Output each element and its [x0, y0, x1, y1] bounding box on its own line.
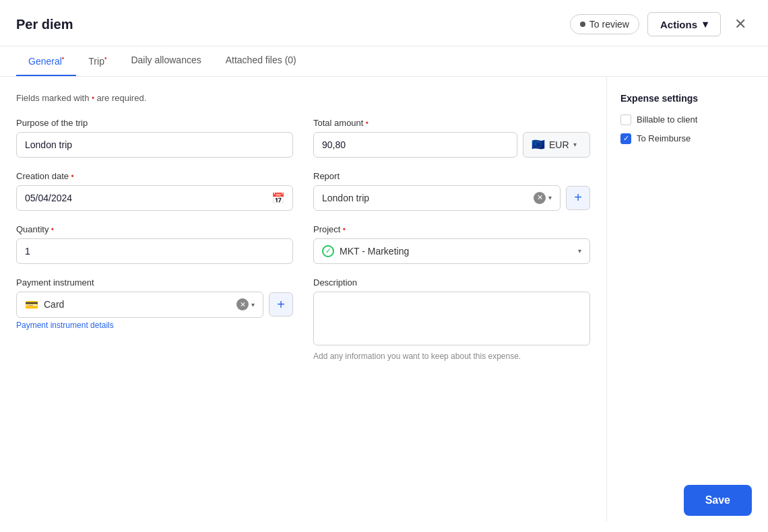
- sidebar-title: Expense settings: [620, 93, 755, 104]
- reimburse-label: To Reimburse: [637, 133, 691, 143]
- creation-date-input-wrapper: 📅: [16, 185, 293, 211]
- report-group: Report London trip ✕ ▾ +: [313, 171, 590, 211]
- tab-attached-files-label: Attached files (0): [226, 55, 296, 65]
- creation-date-input[interactable]: [16, 185, 293, 211]
- total-amount-group: Total amount • 🇪🇺 EUR ▾: [313, 118, 590, 158]
- report-clear-button[interactable]: ✕: [534, 192, 546, 204]
- currency-chevron-icon: ▾: [573, 141, 577, 148]
- page-title: Per diem: [16, 17, 73, 32]
- description-hint: Add any information you want to keep abo…: [313, 352, 590, 361]
- payment-instrument-group: Payment instrument 💳 Card ✕ ▾: [16, 277, 293, 330]
- payment-instrument-label: Payment instrument: [16, 277, 293, 288]
- tab-trip-label: Trip: [88, 56, 104, 67]
- tab-general-required-dot: •: [62, 55, 65, 62]
- creation-date-label: Creation date •: [16, 171, 293, 181]
- payment-value: Card: [44, 299, 64, 310]
- actions-button[interactable]: Actions ▾: [647, 12, 721, 36]
- payment-instrument-details-link[interactable]: Payment instrument details: [16, 321, 293, 330]
- status-badge[interactable]: To review: [570, 14, 639, 34]
- purpose-label: Purpose of the trip: [16, 118, 293, 128]
- report-controls: ✕ ▾: [534, 192, 552, 204]
- project-chevron-icon: ▾: [578, 247, 581, 255]
- payment-chevron-icon: ▾: [251, 301, 255, 308]
- project-value: MKT - Marketing: [340, 246, 409, 257]
- currency-flag: 🇪🇺: [532, 138, 545, 151]
- status-dot: [580, 22, 585, 27]
- payment-clear-button[interactable]: ✕: [236, 298, 249, 310]
- close-icon: ✕: [734, 15, 746, 32]
- report-label: Report: [313, 171, 590, 181]
- billable-row: Billable to client: [620, 114, 755, 125]
- billable-label: Billable to client: [637, 114, 697, 125]
- quantity-group: Quantity •: [16, 224, 293, 264]
- quantity-label: Quantity •: [16, 224, 293, 234]
- total-amount-label: Total amount •: [313, 118, 590, 128]
- payment-select-left: 💳 Card: [25, 298, 64, 311]
- report-select-inner: London trip: [322, 193, 369, 203]
- actions-label: Actions: [660, 19, 697, 30]
- description-group: Description Add any information you want…: [313, 277, 590, 361]
- report-add-button[interactable]: +: [566, 186, 590, 210]
- tab-trip-required-dot: •: [104, 55, 107, 62]
- card-icon: 💳: [25, 298, 38, 311]
- tab-general[interactable]: General•: [16, 46, 76, 76]
- payment-controls: ✕ ▾: [236, 298, 255, 310]
- form-columns: Purpose of the trip Creation date • 📅 Qu…: [16, 118, 590, 374]
- header-actions: To review Actions ▾ ✕: [570, 12, 752, 36]
- close-button[interactable]: ✕: [729, 13, 752, 36]
- currency-label: EUR: [549, 139, 569, 150]
- currency-row: 🇪🇺 EUR ▾: [313, 132, 590, 158]
- save-button[interactable]: Save: [684, 485, 752, 516]
- form-col-right: Total amount • 🇪🇺 EUR ▾ Report: [313, 118, 590, 374]
- description-label: Description: [313, 277, 590, 288]
- project-check-icon: ✓: [322, 245, 334, 257]
- report-row: London trip ✕ ▾ +: [313, 185, 590, 211]
- project-group: Project • ✓ MKT - Marketing ▾: [313, 224, 590, 264]
- tab-general-label: General: [28, 56, 62, 67]
- payment-add-button[interactable]: +: [269, 292, 293, 317]
- purpose-input[interactable]: [16, 132, 293, 158]
- payment-select[interactable]: 💳 Card ✕ ▾: [16, 292, 263, 318]
- report-chevron-icon: ▾: [548, 194, 552, 201]
- report-select[interactable]: London trip ✕ ▾: [313, 185, 561, 211]
- chevron-down-icon: ▾: [703, 18, 708, 30]
- reimburse-row: ✓ To Reimburse: [620, 133, 755, 144]
- report-value: London trip: [322, 193, 369, 203]
- project-select[interactable]: ✓ MKT - Marketing ▾: [313, 238, 590, 264]
- main-layout: Fields marked with • are required. Purpo…: [0, 77, 768, 521]
- form-col-left: Purpose of the trip Creation date • 📅 Qu…: [16, 118, 293, 374]
- billable-checkbox[interactable]: [620, 114, 631, 125]
- project-select-inner: ✓ MKT - Marketing: [322, 245, 409, 257]
- expense-settings-sidebar: Expense settings Billable to client ✓ To…: [606, 77, 768, 521]
- required-note: Fields marked with • are required.: [16, 93, 590, 103]
- tab-daily-allowances-label: Daily allowances: [131, 55, 201, 65]
- header: Per diem To review Actions ▾ ✕: [0, 0, 768, 46]
- required-dot: •: [92, 94, 97, 103]
- reimburse-checkbox[interactable]: ✓: [620, 133, 631, 144]
- status-label: To review: [589, 19, 629, 30]
- tab-trip[interactable]: Trip•: [76, 46, 119, 76]
- creation-date-group: Creation date • 📅: [16, 171, 293, 211]
- project-label: Project •: [313, 224, 590, 234]
- tabs-bar: General• Trip• Daily allowances Attached…: [0, 46, 768, 77]
- tab-attached-files[interactable]: Attached files (0): [214, 46, 309, 76]
- currency-select[interactable]: 🇪🇺 EUR ▾: [523, 132, 590, 158]
- quantity-input[interactable]: [16, 238, 293, 264]
- form-area: Fields marked with • are required. Purpo…: [0, 77, 606, 521]
- total-amount-input[interactable]: [313, 132, 517, 158]
- purpose-group: Purpose of the trip: [16, 118, 293, 158]
- description-input[interactable]: [313, 292, 590, 345]
- payment-row: 💳 Card ✕ ▾ +: [16, 292, 293, 318]
- tab-daily-allowances[interactable]: Daily allowances: [119, 46, 213, 76]
